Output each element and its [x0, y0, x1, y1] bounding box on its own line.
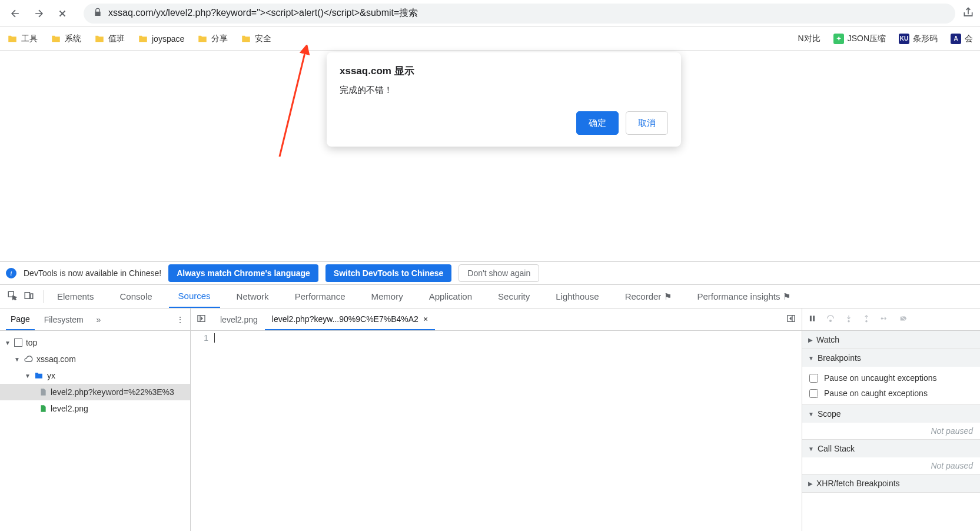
toggle-navigator-icon[interactable]	[197, 314, 206, 325]
tree-item-directory[interactable]: ▼ yx	[0, 367, 190, 384]
alert-ok-button[interactable]: 确定	[576, 111, 619, 135]
close-tab-icon[interactable]: ×	[423, 314, 428, 324]
bookmark-item[interactable]: KU条形码	[899, 34, 938, 44]
tab-console[interactable]: Console	[111, 285, 162, 308]
address-bar[interactable]: xssaq.com/yx/level2.php?keyword="><scrip…	[84, 4, 955, 24]
code-editor[interactable]: 1	[191, 331, 802, 531]
pause-caught-checkbox[interactable]: Pause on caught exceptions	[809, 386, 973, 401]
disclosure-triangle-icon[interactable]: ▼	[25, 373, 31, 379]
step-icon[interactable]	[880, 314, 889, 324]
alert-cancel-button[interactable]: 取消	[626, 111, 668, 135]
tab-performance[interactable]: Performance	[285, 285, 355, 308]
scope-not-paused: Not paused	[802, 423, 980, 439]
tab-sources[interactable]: Sources	[169, 285, 220, 308]
deactivate-breakpoints-icon[interactable]	[899, 314, 908, 324]
back-button[interactable]	[6, 4, 25, 23]
bookmark-item[interactable]: N对比	[798, 34, 820, 44]
step-into-icon[interactable]	[845, 314, 853, 325]
close-icon	[57, 8, 68, 19]
svg-point-8	[830, 320, 832, 322]
folder-icon	[34, 371, 44, 380]
disclosure-triangle-icon[interactable]: ▼	[5, 340, 11, 346]
bookmark-item[interactable]: 值班	[94, 34, 125, 44]
bookmark-item[interactable]: ✦JSON压缩	[833, 34, 886, 44]
editor-tab[interactable]: level2.php?keyw...90%9C%E7%B4%A2 ×	[265, 308, 435, 330]
tab-memory[interactable]: Memory	[362, 285, 413, 308]
inspect-element-icon[interactable]	[7, 290, 18, 303]
bookmark-item[interactable]: joyspace	[138, 34, 184, 44]
tab-application[interactable]: Application	[420, 285, 481, 308]
browser-toolbar: xssaq.com/yx/level2.php?keyword="><scrip…	[0, 0, 980, 27]
stop-button[interactable]	[53, 4, 72, 23]
annotation-arrow-icon	[268, 45, 315, 162]
alert-title: xssaq.com 显示	[340, 64, 668, 78]
folder-icon	[138, 34, 148, 44]
sources-editor: level2.png level2.php?keyw...90%9C%E7%B4…	[191, 308, 802, 531]
bookmark-item[interactable]: 系统	[51, 34, 81, 44]
tab-performance-insights[interactable]: Performance insights ⚑	[688, 285, 800, 308]
editor-tab[interactable]: level2.png	[213, 308, 265, 330]
step-out-icon[interactable]	[862, 314, 871, 325]
navigator-tab-filesystem[interactable]: Filesystem	[39, 308, 88, 330]
folder-icon	[51, 34, 61, 44]
navigator-tab-page[interactable]: Page	[6, 308, 35, 330]
folder-icon	[241, 34, 251, 44]
page-viewport: xssaq.com 显示 完成的不错！ 确定 取消	[0, 51, 980, 261]
arrow-right-icon	[33, 8, 45, 19]
folder-icon	[94, 34, 105, 44]
app-icon: KU	[899, 34, 909, 44]
bookmark-item[interactable]: 安全	[241, 34, 271, 44]
kebab-menu-icon[interactable]: ⋮	[176, 315, 184, 324]
cloud-icon	[24, 354, 33, 364]
scope-section-header[interactable]: ▼Scope	[802, 405, 980, 423]
breakpoints-section-header[interactable]: ▼Breakpoints	[802, 349, 980, 367]
step-over-icon[interactable]	[826, 314, 835, 325]
pause-uncaught-checkbox[interactable]: Pause on uncaught exceptions	[809, 370, 973, 386]
devtools-tab-bar: Elements Console Sources Network Perform…	[0, 285, 980, 308]
dont-show-again-button[interactable]: Don't show again	[459, 264, 539, 282]
file-tree[interactable]: ▼ top ▼ xssaq.com ▼ yx level2.php?keywor…	[0, 331, 190, 531]
svg-point-10	[866, 321, 867, 322]
more-tabs-icon[interactable]: »	[97, 315, 101, 324]
svg-point-9	[848, 321, 849, 322]
bookmark-item[interactable]: A会	[951, 34, 973, 44]
forward-button[interactable]	[29, 4, 48, 23]
tab-elements[interactable]: Elements	[48, 285, 104, 308]
lock-icon	[93, 8, 102, 19]
pause-icon[interactable]	[808, 314, 816, 324]
file-icon	[39, 387, 47, 397]
svg-rect-7	[813, 316, 815, 321]
switch-devtools-language-button[interactable]: Switch DevTools to Chinese	[325, 264, 451, 282]
tree-item-top[interactable]: ▼ top	[0, 334, 190, 351]
disclosure-triangle-icon[interactable]: ▼	[14, 356, 20, 363]
arrow-left-icon	[9, 8, 21, 19]
tab-security[interactable]: Security	[489, 285, 539, 308]
tab-lighthouse[interactable]: Lighthouse	[546, 285, 608, 308]
run-snippet-icon[interactable]	[786, 314, 796, 325]
tree-item-domain[interactable]: ▼ xssaq.com	[0, 351, 190, 367]
bookmark-item[interactable]: 工具	[7, 34, 38, 44]
watch-section-header[interactable]: ▶Watch	[802, 331, 980, 349]
debugger-pane: ▶Watch ▼Breakpoints Pause on uncaught ex…	[802, 308, 980, 531]
always-match-language-button[interactable]: Always match Chrome's language	[168, 264, 318, 282]
debugger-toolbar	[802, 308, 980, 331]
device-toolbar-icon[interactable]	[24, 290, 34, 303]
url-text: xssaq.com/yx/level2.php?keyword="><scrip…	[108, 7, 418, 19]
svg-rect-3	[31, 294, 33, 298]
sources-sidebar: Page Filesystem » ⋮ ▼ top ▼ xssaq.com ▼ …	[0, 308, 191, 531]
svg-point-11	[881, 318, 882, 319]
bookmark-item[interactable]: 分享	[197, 34, 228, 44]
info-icon: i	[6, 268, 16, 278]
xhr-breakpoints-section-header[interactable]: ▶XHR/fetch Breakpoints	[802, 474, 980, 492]
app-icon: ✦	[833, 34, 844, 44]
callstack-not-paused: Not paused	[802, 457, 980, 474]
bookmarks-bar: 工具 系统 值班 joyspace 分享 安全 N对比 ✦JSON压缩 KU条形…	[0, 27, 980, 51]
image-file-icon	[39, 404, 47, 413]
tab-recorder[interactable]: Recorder ⚑	[616, 285, 681, 308]
tab-network[interactable]: Network	[227, 285, 278, 308]
share-icon[interactable]	[962, 6, 974, 20]
tree-item-file[interactable]: level2.png	[0, 400, 190, 417]
tree-item-file[interactable]: level2.php?keyword=%22%3E%3	[0, 384, 190, 400]
callstack-section-header[interactable]: ▼Call Stack	[802, 440, 980, 457]
notice-text: DevTools is now available in Chinese!	[24, 268, 161, 278]
